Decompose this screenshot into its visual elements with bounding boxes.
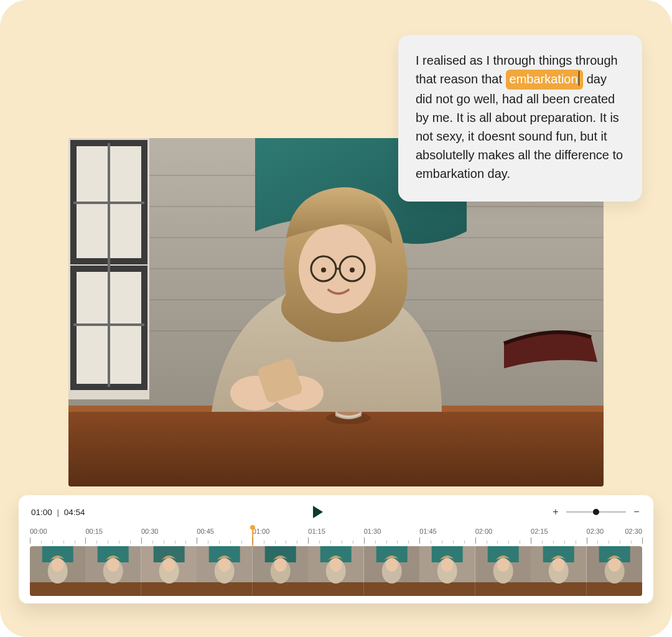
ruler-tick-major	[587, 537, 587, 544]
timeline-thumbnails[interactable]	[30, 546, 642, 596]
ruler-tick-minor	[620, 541, 620, 544]
ruler-tick-minor	[442, 541, 442, 544]
ruler-label: 00:30	[141, 528, 159, 535]
ruler-tick-minor	[453, 541, 454, 544]
svg-rect-79	[587, 582, 642, 596]
transcript-highlight[interactable]: embarkation	[506, 70, 584, 90]
ruler-tick-minor	[185, 541, 186, 544]
player-controls-row: 01:00 | 04:54 + −	[30, 505, 642, 525]
ruler-tick-minor	[397, 541, 398, 544]
svg-point-36	[107, 558, 119, 572]
svg-rect-49	[253, 582, 308, 596]
timeline-thumbnail[interactable]	[141, 546, 197, 596]
svg-point-46	[218, 558, 231, 572]
ruler-tick-minor	[286, 541, 286, 544]
svg-point-66	[441, 558, 454, 572]
ruler-tick-minor	[219, 541, 220, 544]
ruler-tick-minor	[264, 541, 264, 544]
ruler-tick-minor	[319, 541, 320, 544]
ruler-label: 02:15	[531, 528, 548, 535]
zoom-out-button[interactable]: −	[632, 507, 641, 517]
ruler-tick-minor	[431, 541, 431, 544]
svg-point-61	[385, 558, 398, 572]
ruler-label: 00:15	[85, 528, 103, 535]
ruler-label: 01:00	[253, 528, 270, 535]
timeline-thumbnail[interactable]	[419, 546, 475, 596]
timeline-thumbnail[interactable]	[531, 546, 586, 596]
ruler-tick-minor	[241, 541, 242, 544]
ruler-tick-minor	[230, 541, 231, 544]
editor-canvas: I realised as I through things through t…	[0, 0, 672, 637]
ruler-tick-major	[308, 537, 309, 544]
ruler-tick-minor	[119, 541, 119, 544]
svg-point-76	[553, 558, 565, 572]
timeline-thumbnail[interactable]	[30, 546, 85, 596]
timeline-thumbnail[interactable]	[475, 546, 531, 596]
ruler-tick-major	[141, 537, 142, 544]
ruler-tick-minor	[386, 541, 387, 544]
svg-point-81	[608, 558, 620, 572]
ruler-tick-minor	[108, 541, 108, 544]
ruler-label: 00:00	[30, 528, 47, 535]
ruler-tick-minor	[597, 541, 598, 544]
ruler-tick-minor	[52, 541, 53, 544]
timeline-thumbnail[interactable]	[587, 546, 642, 596]
ruler-label: 02:00	[475, 528, 493, 535]
ruler-tick-minor	[553, 541, 554, 544]
svg-rect-59	[364, 582, 419, 596]
svg-point-71	[497, 558, 509, 572]
ruler-tick-minor	[353, 541, 353, 544]
player-bar: 01:00 | 04:54 + − 00:0000:1500:3000:4501…	[19, 495, 653, 603]
transcript-highlight-word: embarkation	[510, 72, 578, 86]
timeline-thumbnail[interactable]	[364, 546, 419, 596]
ruler-tick-minor	[564, 541, 565, 544]
ruler-tick-major	[475, 537, 476, 544]
time-separator: |	[55, 508, 62, 517]
ruler-tick-minor	[330, 541, 331, 544]
ruler-tick-minor	[408, 541, 409, 544]
ruler-tick-major	[30, 537, 30, 544]
ruler-tick-minor	[375, 541, 376, 544]
svg-point-51	[274, 558, 287, 572]
ruler-tick-minor	[508, 541, 509, 544]
zoom-slider[interactable]	[566, 511, 626, 513]
text-caret	[579, 71, 580, 86]
ruler-tick-major	[197, 537, 197, 544]
svg-rect-34	[85, 582, 141, 596]
timeline-thumbnail[interactable]	[85, 546, 141, 596]
ruler-label: 01:30	[364, 528, 381, 535]
ruler-label: 00:45	[197, 528, 214, 535]
timeline-ruler-ticks[interactable]	[30, 537, 642, 544]
svg-rect-69	[475, 582, 531, 596]
svg-rect-39	[141, 582, 197, 596]
ruler-tick-minor	[342, 541, 342, 544]
ruler-tick-minor	[631, 541, 632, 544]
svg-rect-54	[308, 582, 363, 596]
ruler-tick-minor	[63, 541, 64, 544]
ruler-tick-minor	[96, 541, 97, 544]
ruler-tick-minor	[542, 541, 543, 544]
svg-rect-64	[419, 582, 475, 596]
svg-rect-74	[531, 582, 586, 596]
play-button[interactable]	[312, 505, 324, 519]
timeline-thumbnail[interactable]	[197, 546, 252, 596]
timeline-thumbnail[interactable]	[308, 546, 363, 596]
zoom-in-button[interactable]: +	[551, 507, 560, 517]
time-display: 01:00 | 04:54	[31, 508, 85, 517]
svg-point-41	[163, 558, 175, 572]
current-time: 01:00	[31, 508, 52, 517]
ruler-tick-major	[419, 537, 420, 544]
timeline-thumbnail[interactable]	[253, 546, 308, 596]
duration: 04:54	[64, 508, 85, 517]
ruler-tick-minor	[297, 541, 297, 544]
svg-point-56	[330, 558, 342, 572]
zoom-slider-thumb[interactable]	[593, 509, 599, 515]
ruler-tick-minor	[41, 541, 42, 544]
transcript-card[interactable]: I realised as I through things through t…	[398, 35, 642, 202]
ruler-tick-major	[85, 537, 86, 544]
ruler-tick-major	[253, 537, 253, 544]
ruler-label: 02:30	[625, 528, 642, 535]
ruler-label: 02:30	[587, 528, 604, 535]
ruler-tick-minor	[164, 541, 164, 544]
timeline-ruler-labels: 00:0000:1500:3000:4501:0001:1501:3001:45…	[30, 528, 642, 536]
